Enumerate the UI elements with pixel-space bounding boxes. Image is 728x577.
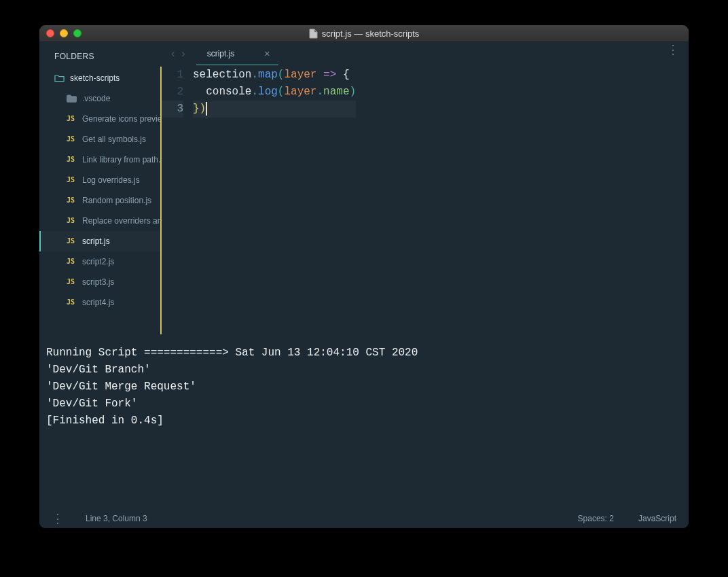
sidebar-file-item[interactable]: JSscript3.js — [39, 272, 160, 292]
close-window-button[interactable] — [46, 29, 54, 37]
statusbar: ⋮ Line 3, Column 3 Spaces: 2 JavaScript — [39, 508, 689, 528]
tab-script-js[interactable]: script.js × — [192, 42, 283, 65]
sidebar-item-label: Log overrides.js — [82, 175, 140, 186]
line-gutter: 1 2 3 — [160, 67, 193, 334]
sidebar-item-label: sketch-scripts — [70, 73, 120, 84]
tab-label: script.js — [207, 49, 235, 58]
sidebar-file-item[interactable]: JSscript.js — [39, 231, 160, 251]
js-file-icon: JS — [67, 256, 77, 267]
sidebar-item-label: Generate icons preview.js — [82, 113, 160, 124]
text-cursor — [206, 102, 207, 116]
code-line[interactable]: selection.map(layer => { — [193, 67, 356, 84]
output-console[interactable]: Running Script ============> Sat Jun 13 … — [39, 334, 689, 508]
js-file-icon: JS — [67, 134, 77, 145]
nav-back-icon[interactable]: ‹ — [171, 48, 175, 60]
sidebar-item-label: Link library from path.js — [82, 154, 160, 165]
js-file-icon: JS — [67, 236, 77, 247]
sidebar-item-label: script3.js — [82, 277, 114, 287]
sidebar-file-item[interactable]: JSRandom position.js — [39, 190, 160, 211]
code-editor[interactable]: 1 2 3 selection.map(layer => { console.l… — [160, 65, 689, 334]
sidebar-item-label: script4.js — [82, 297, 114, 308]
upper-panes: FOLDERS sketch-scripts .vscode JSGenerat… — [39, 42, 689, 334]
titlebar[interactable]: script.js — sketch-scripts — [39, 25, 689, 42]
sidebar-file-item[interactable]: JSLog overrides.js — [39, 170, 160, 190]
line-number: 2 — [162, 84, 183, 101]
js-file-icon: JS — [67, 215, 77, 226]
tabbar: ‹ › script.js × ⋮ — [160, 42, 689, 65]
window-title-text: script.js — sketch-scripts — [322, 29, 420, 39]
status-menu-icon[interactable]: ⋮ — [52, 517, 64, 521]
line-number: 3 — [162, 101, 183, 118]
sidebar-item-label: Get all symbols.js — [82, 134, 146, 145]
sidebar-file-item[interactable]: JSLink library from path.js — [39, 150, 160, 170]
cursor-position[interactable]: Line 3, Column 3 — [86, 514, 147, 523]
file-icon — [309, 29, 318, 39]
sidebar-file-item[interactable]: JSGenerate icons preview.js — [39, 109, 160, 129]
code-line[interactable]: }) — [193, 101, 356, 118]
js-file-icon: JS — [67, 195, 77, 206]
nav-forward-icon[interactable]: › — [181, 48, 185, 60]
sidebar-item-label: Replace overriders and — [82, 215, 160, 226]
app-window: script.js — sketch-scripts FOLDERS sketc… — [39, 25, 689, 528]
js-file-icon: JS — [67, 113, 77, 124]
folder-icon — [67, 94, 77, 103]
window-controls — [39, 29, 81, 37]
overflow-menu-icon[interactable]: ⋮ — [667, 48, 679, 52]
sidebar-root-folder[interactable]: sketch-scripts — [39, 68, 160, 88]
line-number: 1 — [162, 67, 183, 84]
folder-open-icon — [54, 74, 65, 82]
sidebar-folder-vscode[interactable]: .vscode — [39, 88, 160, 109]
sidebar-item-label: script.js — [82, 236, 110, 247]
js-file-icon: JS — [67, 277, 77, 287]
sidebar-item-label: .vscode — [82, 93, 110, 104]
window-title: script.js — sketch-scripts — [39, 29, 689, 39]
sidebar-file-item[interactable]: JSscript2.js — [39, 251, 160, 272]
sidebar-file-item[interactable]: JSscript4.js — [39, 292, 160, 313]
sidebar-item-label: script2.js — [82, 256, 114, 267]
indent-setting[interactable]: Spaces: 2 — [578, 514, 614, 523]
js-file-icon: JS — [67, 175, 77, 186]
editor-area: ‹ › script.js × ⋮ 1 2 3 — [160, 42, 689, 334]
main-area: FOLDERS sketch-scripts .vscode JSGenerat… — [39, 42, 689, 528]
close-tab-icon[interactable]: × — [264, 49, 270, 58]
zoom-window-button[interactable] — [73, 29, 81, 37]
minimize-window-button[interactable] — [60, 29, 68, 37]
sidebar-file-item[interactable]: JSReplace overriders and — [39, 211, 160, 231]
sidebar: FOLDERS sketch-scripts .vscode JSGenerat… — [39, 42, 160, 334]
language-setting[interactable]: JavaScript — [638, 514, 676, 523]
code-line[interactable]: console.log(layer.name) — [193, 84, 356, 101]
sidebar-file-item[interactable]: JSGet all symbols.js — [39, 129, 160, 150]
sidebar-item-label: Random position.js — [82, 195, 151, 206]
tab-history-nav: ‹ › — [164, 48, 192, 60]
sidebar-header: FOLDERS — [39, 48, 160, 68]
code-body[interactable]: selection.map(layer => { console.log(lay… — [193, 67, 356, 334]
js-file-icon: JS — [67, 297, 77, 308]
js-file-icon: JS — [67, 154, 77, 165]
